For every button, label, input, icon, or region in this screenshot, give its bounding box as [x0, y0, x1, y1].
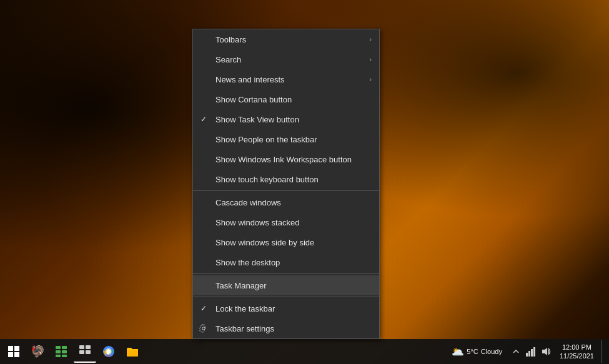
- svg-rect-18: [526, 353, 528, 357]
- menu-item-label: Lock the taskbar: [215, 304, 369, 313]
- svg-rect-2: [8, 352, 13, 357]
- svg-marker-22: [542, 348, 547, 355]
- taskbar-right: 🌥️ 5°C Cloudy: [442, 339, 609, 364]
- menu-item-taskview[interactable]: ✓Show Task View button: [193, 109, 379, 129]
- menu-item-label: Show touch keyboard button: [215, 175, 369, 184]
- menu-divider: [193, 273, 379, 274]
- menu-item-cascade[interactable]: Cascade windows: [193, 192, 379, 212]
- menu-item-lock_taskbar[interactable]: ✓Lock the taskbar: [193, 298, 379, 318]
- svg-rect-6: [56, 350, 61, 353]
- svg-rect-7: [62, 350, 67, 353]
- svg-rect-20: [531, 349, 533, 357]
- menu-item-side_by_side[interactable]: Show windows side by side: [193, 232, 379, 252]
- submenu-arrow-icon: ›: [369, 56, 372, 63]
- menu-item-label: Search: [215, 55, 369, 64]
- menu-item-cortana[interactable]: Show Cortana button: [193, 89, 379, 109]
- svg-rect-10: [79, 345, 84, 349]
- file-explorer-icon[interactable]: [121, 340, 144, 363]
- taskbar: 🦃: [0, 339, 609, 364]
- clock-date: 11/25/2021: [560, 352, 594, 360]
- menu-item-label: Show Windows Ink Workspace button: [215, 155, 369, 164]
- menu-item-news[interactable]: News and interests›: [193, 69, 379, 89]
- chrome-icon[interactable]: [97, 340, 120, 363]
- svg-rect-12: [79, 350, 84, 354]
- menu-item-toolbars[interactable]: Toolbars›: [193, 29, 379, 49]
- menu-item-label: Taskbar settings: [215, 324, 369, 333]
- svg-rect-3: [14, 352, 19, 357]
- tray-expand-button[interactable]: [510, 345, 522, 358]
- menu-item-search[interactable]: Search›: [193, 49, 379, 69]
- weather-icon: 🌥️: [452, 346, 464, 358]
- turkey-icon[interactable]: 🦃: [26, 340, 49, 363]
- show-desktop-button[interactable]: [602, 340, 604, 363]
- menu-item-label: Task Manager: [215, 281, 369, 290]
- svg-rect-1: [14, 346, 19, 351]
- menu-item-label: Cascade windows: [215, 198, 369, 207]
- system-tray: [510, 345, 552, 358]
- context-menu: Toolbars›Search›News and interests›Show …: [192, 29, 380, 339]
- menu-item-taskbar_settings[interactable]: Taskbar settings: [193, 318, 379, 338]
- svg-rect-9: [62, 355, 67, 357]
- svg-rect-19: [528, 351, 530, 357]
- menu-item-label: Show Cortana button: [215, 95, 369, 104]
- multiview-button[interactable]: [74, 340, 96, 363]
- submenu-arrow-icon: ›: [369, 76, 372, 83]
- clock-area[interactable]: 12:00 PM 11/25/2021: [555, 343, 599, 361]
- menu-item-ink[interactable]: Show Windows Ink Workspace button: [193, 149, 379, 169]
- svg-rect-5: [62, 346, 67, 349]
- menu-item-label: Show Task View button: [215, 115, 369, 124]
- menu-item-label: Show the desktop: [215, 258, 369, 267]
- gear-icon: [199, 324, 208, 333]
- svg-rect-13: [86, 350, 91, 354]
- menu-item-label: Toolbars: [215, 35, 369, 44]
- svg-rect-8: [56, 355, 61, 357]
- taskview-button[interactable]: [50, 340, 72, 363]
- menu-item-label: Show windows side by side: [215, 238, 369, 247]
- svg-rect-0: [8, 346, 13, 351]
- check-icon: ✓: [201, 304, 207, 313]
- svg-rect-4: [56, 346, 61, 349]
- network-icon[interactable]: [525, 345, 537, 358]
- menu-item-task_manager[interactable]: Task Manager: [193, 275, 379, 295]
- menu-item-stacked[interactable]: Show windows stacked: [193, 212, 379, 232]
- menu-item-keyboard[interactable]: Show touch keyboard button: [193, 169, 379, 189]
- clock-time: 12:00 PM: [562, 343, 592, 352]
- menu-item-label: News and interests: [215, 75, 369, 84]
- start-button[interactable]: [2, 340, 25, 363]
- svg-rect-21: [533, 347, 535, 357]
- check-icon: ✓: [201, 115, 207, 124]
- weather-widget[interactable]: 🌥️ 5°C Cloudy: [447, 346, 507, 358]
- menu-divider: [193, 297, 379, 297]
- menu-item-people[interactable]: Show People on the taskbar: [193, 129, 379, 149]
- weather-temp: 5°C: [467, 348, 478, 355]
- menu-item-desktop[interactable]: Show the desktop: [193, 252, 379, 272]
- weather-condition: Cloudy: [481, 348, 502, 355]
- menu-item-label: Show windows stacked: [215, 218, 369, 227]
- svg-rect-11: [86, 345, 91, 349]
- svg-point-16: [107, 350, 111, 354]
- submenu-arrow-icon: ›: [369, 36, 372, 43]
- menu-item-label: Show People on the taskbar: [215, 135, 369, 144]
- menu-divider: [193, 190, 379, 191]
- taskbar-left: 🦃: [0, 340, 146, 363]
- volume-icon[interactable]: [540, 345, 552, 358]
